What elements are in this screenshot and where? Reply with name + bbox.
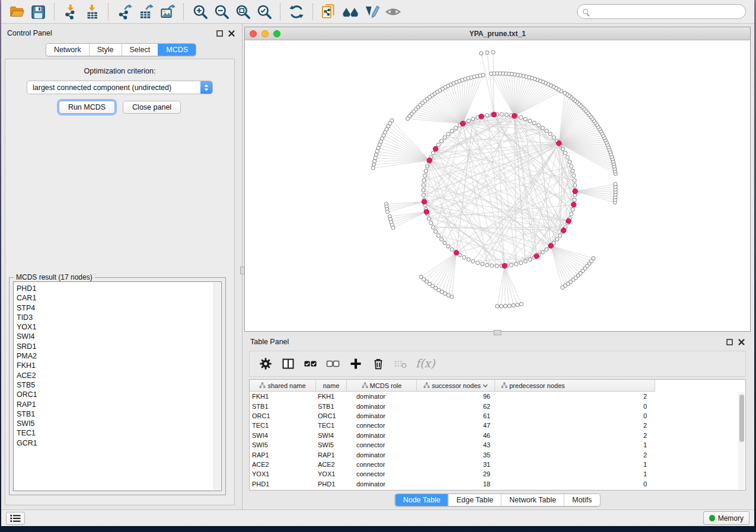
mcds-result-list[interactable]: PHD1CAR1STP4TID3YOX1SWI4SRD1PMA2FKH1ACE2… [13, 281, 222, 491]
table-row[interactable]: ORC1ORC1dominator610 [250, 411, 745, 421]
table-tab-network-table[interactable]: Network Table [501, 494, 564, 506]
add-column-button[interactable] [346, 354, 366, 374]
table-row[interactable]: SWI5SWI5connector431 [250, 440, 745, 450]
column-header-name[interactable]: name [316, 380, 347, 392]
apply-function-button[interactable]: f(x) [413, 354, 441, 374]
delete-table-button[interactable] [391, 354, 411, 374]
mcds-result-item[interactable]: PMA2 [17, 351, 213, 361]
table-tab-node-table[interactable]: Node Table [395, 494, 448, 506]
table-tab-edge-table[interactable]: Edge Table [448, 494, 501, 506]
network-window-titlebar: YPA_prune.txt_1 [245, 27, 750, 40]
cell-shared-name: SWI4 [250, 432, 316, 439]
column-header-shared-name[interactable]: shared name [250, 380, 316, 392]
optimization-select[interactable]: largest connected component (undirected) [27, 81, 213, 94]
zoom-in-button[interactable] [189, 2, 210, 22]
import-network-icon [63, 4, 79, 20]
panel-menu-button[interactable] [6, 512, 25, 525]
mcds-result-item[interactable]: RAP1 [17, 400, 213, 409]
cell-mcds-role: connector [347, 470, 417, 477]
float-icon[interactable] [726, 339, 733, 345]
mcds-result-item[interactable]: SWI5 [17, 419, 213, 428]
tab-mcds[interactable]: MCDS [158, 44, 196, 56]
cell-name: TEC1 [316, 422, 347, 429]
zoom-selected-button[interactable] [253, 2, 275, 22]
scrollbar-thumb[interactable] [739, 395, 744, 442]
mcds-result-item[interactable]: ACE2 [17, 371, 213, 380]
export-table-icon [138, 4, 154, 20]
network-from-selection-button[interactable] [318, 2, 340, 22]
mcds-result-item[interactable]: GCR1 [17, 438, 213, 448]
deselect-all-button[interactable] [323, 354, 343, 374]
mcds-result-item[interactable]: CAR1 [17, 293, 213, 303]
import-table-button[interactable] [81, 2, 103, 22]
mcds-result-item[interactable]: PHD1 [17, 284, 213, 293]
column-header-predecessor-nodes[interactable]: predecessor nodes [495, 380, 655, 392]
zoom-in-icon [192, 4, 208, 20]
refresh-button[interactable] [286, 2, 307, 22]
search-input[interactable] [592, 8, 740, 16]
mcds-result-item[interactable]: ORC1 [17, 390, 213, 399]
table-row[interactable]: RAP1RAP1dominator352 [250, 450, 745, 459]
tab-network[interactable]: Network [46, 44, 89, 56]
table-row[interactable]: PHD1PHD1dominator180 [250, 479, 745, 489]
mcds-list-scrollbar[interactable] [213, 283, 221, 490]
close-icon[interactable] [738, 339, 745, 345]
delete-column-button[interactable] [368, 354, 388, 374]
table-row[interactable]: SWI4SWI4dominator462 [250, 431, 745, 440]
save-session-button[interactable] [27, 2, 49, 22]
tab-style[interactable]: Style [89, 44, 122, 56]
search-network-button[interactable] [340, 2, 361, 22]
cell-name: SWI4 [316, 432, 347, 439]
table-options-button[interactable] [256, 354, 276, 374]
table-panel-tabs: Node TableEdge TableNetwork TableMotifs [395, 493, 601, 507]
network-canvas[interactable] [245, 40, 750, 331]
export-image-button[interactable] [157, 2, 178, 22]
mcds-result-item[interactable]: YOX1 [17, 322, 213, 332]
tab-select[interactable]: Select [122, 44, 158, 56]
column-header-MCDS-role[interactable]: MCDS role [347, 380, 417, 392]
zoom-fit-button[interactable] [232, 2, 253, 22]
memory-button[interactable]: Memory [703, 511, 749, 525]
cell-mcds-role: connector [347, 461, 417, 468]
table-row[interactable]: STB1STB1dominator620 [250, 401, 745, 411]
mcds-result-item[interactable]: FKH1 [17, 361, 213, 370]
show-column-button[interactable] [278, 354, 298, 374]
mcds-result-item[interactable]: SWI4 [17, 332, 213, 341]
search-box [577, 4, 746, 19]
show-hide-graphics-button[interactable] [382, 2, 404, 22]
column-label: successor nodes [432, 382, 481, 389]
cell-predecessor-nodes: 0 [495, 412, 655, 419]
select-all-button[interactable] [301, 354, 321, 374]
table-row[interactable]: ACE2ACE2connector311 [250, 460, 745, 469]
mcds-result-item[interactable]: STB5 [17, 380, 213, 390]
mcds-result-item[interactable]: TID3 [17, 313, 213, 322]
mcds-result-item[interactable]: TEC1 [17, 428, 213, 438]
export-network-button[interactable] [114, 2, 135, 22]
column-header-successor-nodes[interactable]: successor nodes [417, 380, 495, 392]
run-mcds-button[interactable]: Run MCDS [59, 101, 115, 114]
cell-mcds-role: dominator [347, 451, 417, 459]
table-scrollbar[interactable] [738, 392, 745, 489]
float-icon[interactable] [216, 30, 223, 37]
apply-style-button[interactable] [361, 2, 382, 22]
table-tab-motifs[interactable]: Motifs [564, 494, 599, 506]
mcds-result-item[interactable]: SRD1 [17, 342, 213, 351]
mcds-result-item[interactable]: STP4 [17, 303, 213, 313]
open-file-button[interactable] [6, 2, 27, 22]
table-row[interactable]: YOX1YOX1connector291 [250, 469, 745, 479]
control-panel-header: Control Panel [1, 27, 241, 40]
zoom-out-button[interactable] [210, 2, 232, 22]
memory-status-icon [709, 515, 715, 521]
close-panel-button[interactable]: Close panel [123, 101, 181, 114]
cell-successor-nodes: 47 [417, 422, 495, 429]
close-icon[interactable] [228, 30, 235, 37]
export-table-button[interactable] [135, 2, 157, 22]
table-row[interactable]: FKH1FKH1dominator962 [250, 392, 745, 401]
import-network-button[interactable] [60, 2, 81, 22]
mcds-result-item[interactable]: STB1 [17, 409, 213, 419]
fx-icon: f(x) [414, 357, 439, 371]
node-table[interactable]: shared namenameMCDS rolesuccessor nodesp… [249, 379, 746, 491]
horizontal-splitter-grip[interactable] [494, 330, 502, 335]
control-panel-tabs: NetworkStyleSelectMCDS [46, 43, 196, 56]
table-row[interactable]: TEC1TEC1connector472 [250, 421, 745, 430]
